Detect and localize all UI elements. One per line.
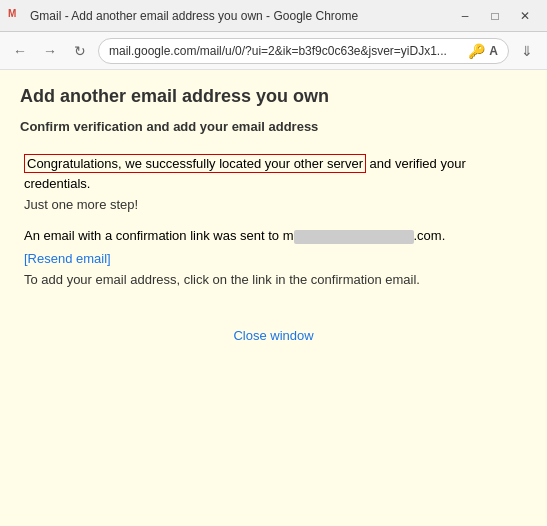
back-button[interactable]: ← [8, 39, 32, 63]
section-title: Confirm verification and add your email … [20, 119, 527, 134]
close-window-link[interactable]: Close window [233, 328, 313, 343]
maximize-button[interactable]: □ [481, 4, 509, 28]
address-bar: ← → ↻ mail.google.com/mail/u/0/?ui=2&ik=… [0, 32, 547, 70]
gmail-favicon: M [8, 8, 24, 24]
url-bar[interactable]: mail.google.com/mail/u/0/?ui=2&ik=b3f9c0… [98, 38, 509, 64]
page-title: Add another email address you own [20, 86, 527, 107]
forward-button[interactable]: → [38, 39, 62, 63]
email-line: An email with a confirmation link was se… [24, 226, 523, 247]
close-window-container: Close window [20, 328, 527, 343]
address-bar-icons: 🔑 A [468, 43, 498, 59]
refresh-icon: ↻ [74, 43, 86, 59]
just-one-more-text: Just one more step! [24, 197, 523, 212]
download-icon: ⇓ [521, 43, 533, 59]
resend-email-link[interactable]: [Resend email] [24, 251, 111, 266]
download-button[interactable]: ⇓ [515, 39, 539, 63]
main-content: Add another email address you own Confir… [0, 70, 547, 526]
back-icon: ← [13, 43, 27, 59]
email-suffix: .com. [414, 228, 446, 243]
url-text: mail.google.com/mail/u/0/?ui=2&ik=b3f9c0… [109, 44, 464, 58]
favicon-icon: M [8, 8, 24, 24]
to-add-line: To add your email address, click on the … [24, 270, 523, 291]
highlighted-text: Congratulations, we successfully located… [24, 154, 366, 173]
email-prefix: An email with a confirmation link was se… [24, 228, 294, 243]
refresh-button[interactable]: ↻ [68, 39, 92, 63]
message-box: Congratulations, we successfully located… [20, 146, 527, 298]
window-controls: – □ ✕ [451, 4, 539, 28]
info-section: An email with a confirmation link was se… [24, 226, 523, 290]
translate-icon[interactable]: A [489, 44, 498, 58]
window-title: Gmail - Add another email address you ow… [30, 9, 451, 23]
resend-line: [Resend email] [24, 249, 523, 270]
minimize-button[interactable]: – [451, 4, 479, 28]
congratulations-line: Congratulations, we successfully located… [24, 154, 523, 193]
forward-icon: → [43, 43, 57, 59]
close-button[interactable]: ✕ [511, 4, 539, 28]
title-bar: M Gmail - Add another email address you … [0, 0, 547, 32]
blurred-email [294, 230, 414, 244]
key-icon[interactable]: 🔑 [468, 43, 485, 59]
